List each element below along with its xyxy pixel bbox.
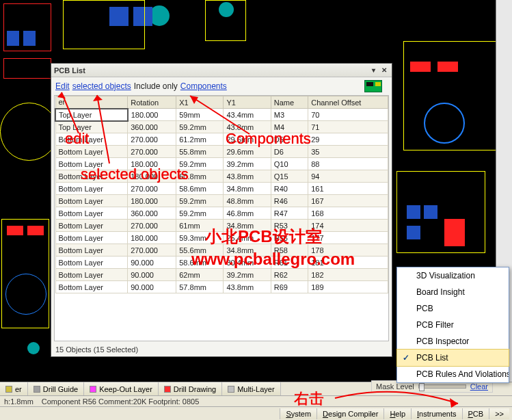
bottom-menu-button[interactable]: PCB [462,408,489,419]
cell[interactable]: 29 [308,133,388,146]
cell[interactable]: 180.000 [128,158,176,170]
cell[interactable]: Bottom Layer [55,281,128,293]
cell[interactable]: R47 [271,207,308,220]
cell[interactable]: 55.8mm [176,146,224,158]
cell[interactable]: 180.000 [128,109,176,121]
cell[interactable]: Bottom Layer [55,146,128,158]
cell[interactable]: R53 [271,220,308,232]
pcb-context-menu[interactable]: 3D VisualizationBoard InsightPCBPCB Filt… [396,267,509,383]
cell[interactable]: 62mm [176,269,224,281]
cell[interactable]: R46 [271,195,308,207]
cell[interactable]: 177 [308,232,388,244]
table-row[interactable]: Bottom Layer270.00058.6mm34.8mmR40161 [55,183,388,195]
cell[interactable]: 34.8mm [224,244,271,257]
cell[interactable]: 58.6mm [176,257,224,269]
cell[interactable]: Bottom Layer [55,232,128,244]
ctx-item[interactable]: PCB Filter [397,317,509,333]
cell[interactable]: 181 [308,257,388,269]
col-header[interactable]: X1 [176,96,224,109]
cell[interactable]: 167 [308,195,388,207]
col-header[interactable]: Rotation [128,96,176,109]
cell[interactable]: 35 [308,146,388,158]
panel-titlebar[interactable]: PCB List ▾ ✕ [51,64,392,77]
bottom-menu-button[interactable]: Help [383,408,411,419]
cell[interactable]: 30.4mm [224,257,271,269]
table-row[interactable]: Bottom Layer270.00055.6mm34.8mmR58178 [55,244,388,257]
col-header[interactable]: Channel Offset [308,96,388,109]
table-row[interactable]: Bottom Layer270.00055.8mm29.6mmD635 [55,146,388,158]
grid-wrap[interactable]: erRotationX1Y1NameChannel Offset Top Lay… [54,95,389,341]
cell[interactable]: 59.2mm [176,158,224,170]
cell[interactable]: 43.8mm [224,121,271,133]
cell[interactable]: 180.000 [128,170,176,183]
cell[interactable]: Bottom Layer [55,158,128,170]
cell[interactable]: 34.8mm [224,220,271,232]
cell[interactable]: 57.8mm [176,281,224,293]
cell[interactable]: 59mm [176,109,224,121]
cell[interactable]: Bottom Layer [55,183,128,195]
cell[interactable]: Bottom Layer [55,195,128,207]
cell[interactable]: 270.000 [128,220,176,232]
cell[interactable]: 25.4mm [224,232,271,244]
layer-tab[interactable]: Drill Drawing [159,382,222,395]
ctx-item[interactable]: Board Insight [397,284,509,300]
table-row[interactable]: Top Layer180.00059mm43.4mmM370 [55,109,388,121]
cell[interactable]: D6 [271,146,308,158]
ctx-item[interactable]: PCB Inspector [397,333,509,350]
cell[interactable]: 60.8mm [176,170,224,183]
table-row[interactable]: Bottom Layer270.00061mm34.8mmR53174 [55,220,388,232]
cell[interactable]: 39.2mm [224,269,271,281]
table-row[interactable]: Bottom Layer180.00059.3mm25.4mmR56177 [55,232,388,244]
cell[interactable]: 270.000 [128,183,176,195]
cell[interactable]: 59.2mm [176,195,224,207]
bottom-menu-button[interactable]: Instruments [411,408,461,419]
cell[interactable]: Bottom Layer [55,207,128,220]
filter-edit-link[interactable]: Edit [55,81,70,91]
table-row[interactable]: Bottom Layer180.00059.2mm39.2mmQ1088 [55,158,388,170]
bottom-menu-button[interactable]: System [280,408,316,419]
layer-tab[interactable]: er [0,382,28,395]
filter-components-link[interactable]: Components [180,81,227,91]
panel-close-icon[interactable]: ✕ [379,66,389,75]
ctx-item[interactable]: PCB Rules And Violations [397,366,509,382]
cell[interactable]: 43.8mm [224,281,271,293]
cell[interactable]: 46.8mm [224,207,271,220]
cell[interactable]: R61 [271,257,308,269]
cell[interactable]: R58 [271,244,308,257]
cell[interactable]: 55.6mm [176,244,224,257]
mask-thumb[interactable] [419,383,425,391]
cell[interactable]: 270.000 [128,133,176,146]
table-row[interactable]: Bottom Layer270.00061.2mm29.6mmD529 [55,133,388,146]
cell[interactable]: 59.2mm [176,121,224,133]
cell[interactable]: 161 [308,183,388,195]
cell[interactable]: 180.000 [128,195,176,207]
cell[interactable]: Bottom Layer [55,244,128,257]
cell[interactable]: Bottom Layer [55,133,128,146]
cell[interactable]: 48.8mm [224,195,271,207]
cell[interactable]: 270.000 [128,244,176,257]
ctx-item[interactable]: 3D Visualization [397,267,509,284]
cell[interactable]: Top Layer [55,121,128,133]
cell[interactable]: Bottom Layer [55,257,128,269]
col-header[interactable]: er [55,96,128,109]
cell[interactable]: R69 [271,281,308,293]
cell[interactable]: 43.8mm [224,170,271,183]
layer-tab[interactable]: Drill Guide [28,382,84,395]
cell[interactable]: 168 [308,207,388,220]
cell[interactable]: 39.2mm [224,158,271,170]
cell[interactable]: R40 [271,183,308,195]
cell[interactable]: 29.6mm [224,146,271,158]
cell[interactable]: Q15 [271,170,308,183]
panel-dropdown-icon[interactable]: ▾ [368,66,378,75]
cell[interactable]: 90.000 [128,257,176,269]
cell[interactable]: 90.000 [128,269,176,281]
table-row[interactable]: Bottom Layer90.00062mm39.2mmR62182 [55,269,388,281]
table-row[interactable]: Bottom Layer90.00058.6mm30.4mmR61181 [55,257,388,269]
mask-slider[interactable] [418,384,466,389]
cell[interactable]: Bottom Layer [55,220,128,232]
cell[interactable]: 174 [308,220,388,232]
cell[interactable]: 88 [308,158,388,170]
cell[interactable]: M4 [271,121,308,133]
cell[interactable]: 90.000 [128,281,176,293]
cell[interactable]: R56 [271,232,308,244]
